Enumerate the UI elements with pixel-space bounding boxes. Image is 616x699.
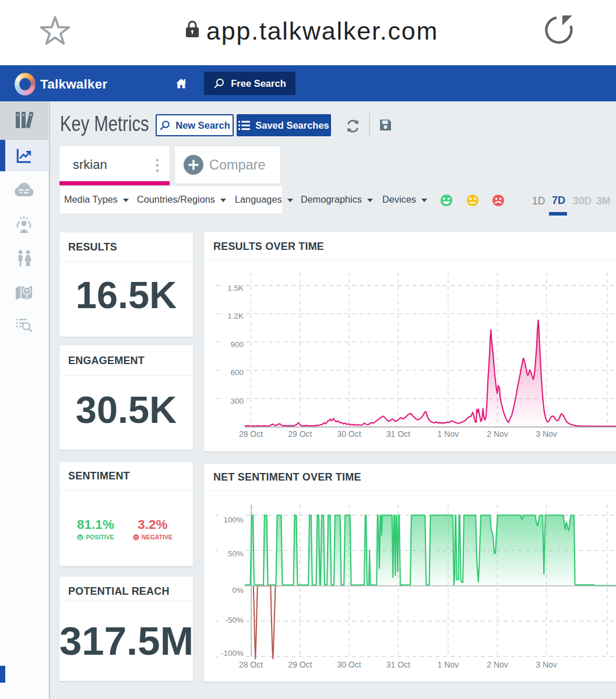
svg-text:30 Oct: 30 Oct	[337, 660, 361, 669]
svg-text:300: 300	[230, 397, 244, 405]
svg-text:31 Oct: 31 Oct	[386, 660, 410, 669]
svg-text:900: 900	[230, 340, 244, 349]
svg-text:0%: 0%	[232, 586, 244, 595]
svg-text:1.2K: 1.2K	[227, 312, 244, 320]
svg-text:28 Oct: 28 Oct	[239, 429, 263, 439]
svg-text:2 Nov: 2 Nov	[487, 660, 508, 669]
svg-text:600: 600	[230, 368, 244, 377]
svg-text:2 Nov: 2 Nov	[487, 429, 508, 439]
svg-text:3 Nov: 3 Nov	[536, 660, 557, 669]
svg-text:1.5K: 1.5K	[227, 284, 244, 292]
svg-text:1 Nov: 1 Nov	[438, 660, 459, 669]
svg-text:50%: 50%	[228, 549, 244, 558]
svg-text:29 Oct: 29 Oct	[288, 660, 312, 669]
svg-text:28 Oct: 28 Oct	[239, 660, 263, 669]
svg-text:1 Nov: 1 Nov	[438, 429, 459, 439]
svg-text:-50%: -50%	[225, 616, 244, 624]
svg-text:3 Nov: 3 Nov	[536, 429, 557, 439]
svg-text:30 Oct: 30 Oct	[337, 429, 361, 439]
svg-text:100%: 100%	[223, 516, 244, 524]
svg-text:29 Oct: 29 Oct	[288, 429, 312, 439]
svg-text:31 Oct: 31 Oct	[386, 429, 410, 439]
svg-text:-100%: -100%	[221, 649, 244, 658]
